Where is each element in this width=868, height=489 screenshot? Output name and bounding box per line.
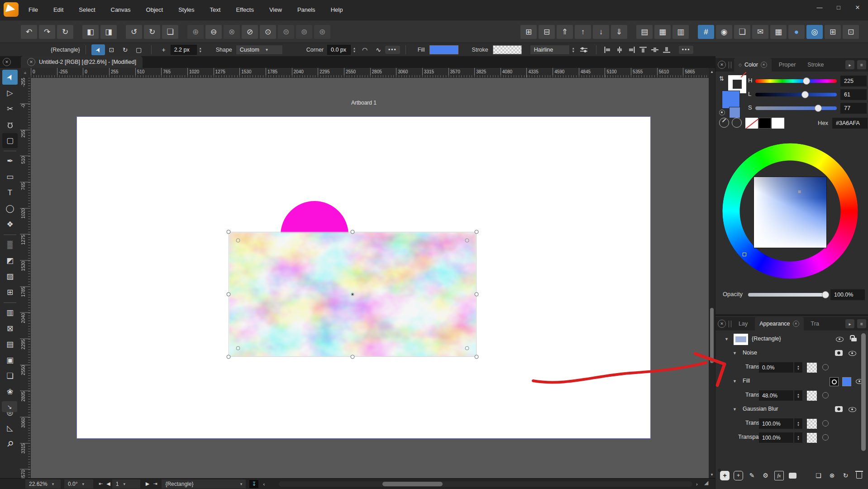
undo-icon[interactable]: ↶ [21, 25, 37, 39]
magnet-snap-tool[interactable]: Ω [2, 117, 18, 132]
minimize-icon[interactable]: — [810, 1, 829, 14]
panel-menu-icon[interactable]: ≡ [857, 319, 866, 328]
menu-panels[interactable]: Panels [290, 4, 323, 16]
ruler-origin-button[interactable]: + [20, 68, 31, 78]
value-stepper[interactable]: ▲▼ [794, 418, 802, 429]
appearance-scroll-thumb[interactable] [861, 333, 866, 451]
add-adjustment-gear-icon[interactable]: ⚙ [761, 471, 770, 480]
next-page-icon[interactable]: ▶ [144, 481, 151, 487]
selection-handle[interactable] [227, 355, 231, 359]
add-fill-icon[interactable]: + [720, 471, 730, 480]
transparency-value-input[interactable]: 100.0% [759, 418, 793, 429]
selection-handle[interactable] [475, 230, 479, 234]
lightness-slider[interactable] [755, 93, 837, 96]
tab-transform[interactable]: Tra [806, 317, 824, 331]
transparency-row[interactable]: Transparency 100.0% ▲▼ [715, 417, 868, 431]
hue-value[interactable]: 225 [840, 76, 867, 86]
transform-box-icon[interactable]: ⊡ [105, 44, 119, 55]
duplicate-attribute-icon[interactable]: ❏ [814, 471, 823, 480]
selection-handle[interactable] [227, 230, 231, 234]
collapse-icon[interactable]: ▼ [725, 337, 729, 341]
none-swatch[interactable] [745, 118, 758, 129]
saturation-knob[interactable] [815, 105, 822, 112]
menu-edit[interactable]: Edit [46, 4, 71, 16]
pixel-grid-icon[interactable]: ▦ [770, 25, 787, 39]
vertical-scrollbar[interactable]: ▴ ▾ [709, 68, 715, 478]
fill-group-row[interactable]: ▼ Fill [715, 374, 868, 388]
corner-input[interactable]: 0.0 px [327, 45, 351, 55]
rectangle-tool[interactable]: ▭ [2, 169, 18, 184]
frame-tool[interactable]: ▣ [2, 353, 18, 368]
rotation-dropdown[interactable]: 0.0°▾ [64, 479, 93, 489]
flip-vertical-icon[interactable]: ◨ [100, 25, 117, 39]
insert-behind-icon[interactable]: ⊟ [539, 25, 555, 39]
close-tab-icon[interactable]: ✕ [761, 62, 767, 68]
marquee-select-tool[interactable]: ▢ [2, 133, 18, 148]
menu-effects[interactable]: Effects [228, 4, 262, 16]
panel-grip-handle[interactable] [729, 62, 731, 68]
move-mode-icon[interactable]: ➤ [91, 44, 105, 55]
opacity-slider[interactable] [748, 293, 828, 297]
lightness-knob[interactable] [801, 91, 809, 98]
node-tool[interactable]: ▷ [2, 86, 18, 101]
tools-divider[interactable] [4, 149, 16, 153]
picked-color-well[interactable] [732, 118, 742, 128]
selection-handle[interactable] [475, 355, 479, 359]
opacity-value[interactable]: 100.0% [830, 289, 865, 300]
shape-builder-tool[interactable]: ◯ [2, 201, 18, 216]
boolean-xor-icon[interactable]: ⊛ [314, 25, 330, 39]
menu-styles[interactable]: Styles [171, 4, 202, 16]
menu-object[interactable]: Object [138, 4, 171, 16]
collapse-icon[interactable]: ▼ [733, 379, 737, 384]
curve-smooth-icon[interactable]: ◠ [358, 44, 372, 55]
scroll-left-icon[interactable]: ‹ [261, 481, 267, 487]
stroke-width-input[interactable]: 2.2 px [171, 45, 197, 55]
collapse-icon[interactable]: ▼ [733, 351, 737, 355]
studio-split-icon[interactable]: ▦ [654, 25, 671, 39]
scroll-up-icon[interactable]: ▴ [709, 68, 715, 75]
tools-divider[interactable] [4, 301, 16, 304]
tools-divider[interactable] [4, 233, 16, 236]
close-icon[interactable]: ✕ [848, 1, 867, 14]
scroll-down-icon[interactable]: ▾ [709, 471, 715, 478]
transparency-tool[interactable]: ▨ [2, 269, 18, 284]
panel-menu-icon[interactable]: ≡ [857, 60, 866, 69]
lightness-value[interactable]: 61 [840, 89, 867, 100]
delete-trash-icon[interactable] [854, 471, 864, 480]
pattern-tool[interactable]: ▤ [2, 337, 18, 352]
saturation-value[interactable]: 77 [840, 103, 867, 114]
selection-handle[interactable] [227, 292, 231, 297]
corner-radius-handle[interactable] [465, 346, 469, 350]
color-square[interactable] [754, 177, 827, 248]
arrange-down-icon[interactable]: ↓ [593, 25, 609, 39]
hue-knob[interactable] [803, 77, 810, 85]
maximize-icon[interactable]: □ [829, 1, 848, 14]
move-tool[interactable]: ➤ [2, 70, 18, 85]
arrange-up-icon[interactable]: ↑ [575, 25, 591, 39]
perspective-tool[interactable]: ⊠ [2, 321, 18, 336]
unlock-icon[interactable] [851, 338, 857, 341]
transparency-value-input[interactable]: 48.0% [759, 390, 793, 401]
pixel-brush-tool[interactable]: ▒ [2, 237, 18, 252]
toolbar-divider[interactable] [691, 25, 696, 39]
boolean-front-icon[interactable]: ⊜ [278, 25, 294, 39]
boolean-subtract-icon[interactable]: ⊖ [205, 25, 222, 39]
mesh-warp-tool[interactable]: ⊞ [2, 285, 18, 300]
transform-mode-icon[interactable]: ◉ [716, 25, 732, 39]
outline-view-icon[interactable]: ◎ [806, 25, 823, 39]
hue-ring-marker[interactable] [743, 253, 746, 256]
layer-effects-icon[interactable]: fx [774, 471, 784, 480]
contour-tool[interactable]: ✂ [2, 101, 18, 116]
view-options-icon[interactable]: ⊡ [843, 25, 859, 39]
menu-help[interactable]: Help [323, 4, 351, 16]
corner-radius-handle[interactable] [236, 239, 240, 243]
export-icon[interactable]: ↧ [249, 480, 258, 488]
selection-handle[interactable] [351, 230, 355, 234]
fill-color-swatch[interactable] [842, 377, 851, 386]
studio-left-icon[interactable]: ▤ [636, 25, 653, 39]
rotate-cw-icon[interactable]: ↻ [144, 25, 160, 39]
align-bottom-icon[interactable] [661, 44, 672, 55]
corner-tool[interactable]: ◺ [2, 421, 18, 436]
last-page-icon[interactable]: ⇥ [151, 481, 159, 487]
arrange-front-icon[interactable]: ⇑ [557, 25, 573, 39]
